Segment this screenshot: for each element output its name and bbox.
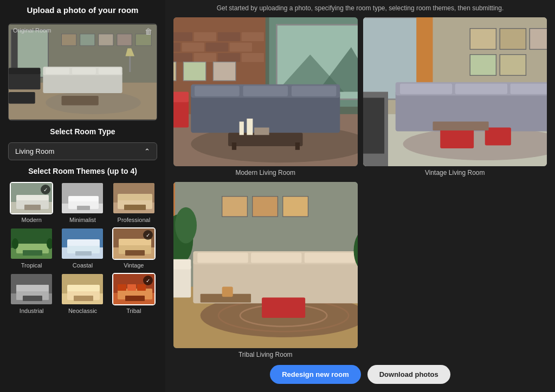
svg-rect-141 [222,197,248,217]
svg-rect-16 [46,68,69,74]
theme-coastal-label: Coastal [73,262,93,269]
svg-rect-126 [399,83,451,94]
svg-rect-128 [510,83,547,94]
svg-rect-86 [242,53,264,62]
svg-rect-26 [16,195,49,200]
result-vintage-label: Vintage Living Room [363,169,547,177]
svg-rect-31 [68,196,99,201]
theme-tribal-thumb[interactable]: ✓ [112,273,156,305]
svg-rect-48 [75,251,92,256]
svg-rect-9 [135,34,151,45]
svg-rect-8 [117,34,132,45]
theme-tribal[interactable]: ✓ Tribal [111,273,157,314]
svg-rect-18 [99,68,121,74]
svg-rect-121 [500,55,526,76]
svg-rect-68 [127,284,136,291]
svg-rect-151 [251,253,301,263]
theme-tropical-img [11,228,52,259]
right-header: Get started by uploading a photo, specif… [173,4,547,12]
theme-tribal-label: Tribal [126,308,141,314]
delete-icon[interactable]: 🗑 [145,27,152,36]
result-tribal-label: Tribal Living Room [173,351,358,358]
theme-minimalist-img [62,183,103,213]
svg-rect-157 [222,287,233,297]
svg-rect-129 [440,128,474,149]
svg-rect-132 [433,122,488,131]
svg-rect-37 [124,205,146,210]
theme-vintage-label: Vintage [124,262,144,269]
svg-rect-77 [242,32,264,42]
theme-neoclassic-img [62,274,103,304]
svg-rect-108 [240,122,244,135]
themes-grid: ✓ Modern Minimalist [8,182,157,314]
svg-rect-47 [67,239,100,246]
vintage-check-icon: ✓ [143,230,153,240]
theme-neoclassic-label: Neoclassic [68,308,97,314]
themes-title: Select Room Themes (up to 4) [8,167,157,175]
theme-neoclassic[interactable]: Neoclassic [59,273,106,314]
svg-rect-85 [218,53,240,62]
result-tribal: Tribal Living Room [173,182,358,358]
theme-modern[interactable]: ✓ Modern [8,182,55,223]
theme-industrial-label: Industrial [20,308,44,314]
svg-rect-32 [77,206,90,210]
svg-point-140 [175,207,197,244]
left-panel: Upload a photo of your room Original Roo… [0,0,165,392]
theme-minimalist[interactable]: Minimalist [59,182,106,223]
svg-rect-14 [43,72,122,93]
svg-rect-58 [23,296,42,301]
svg-rect-75 [194,32,216,42]
svg-rect-105 [173,62,176,81]
svg-rect-100 [232,142,236,150]
theme-neoclassic-thumb[interactable] [61,273,104,305]
theme-tropical[interactable]: Tropical [8,227,55,269]
theme-vintage-thumb[interactable]: ✓ [112,227,156,260]
theme-minimalist-thumb[interactable] [61,182,104,214]
download-button[interactable]: Download photos [367,365,450,384]
theme-modern-label: Modern [22,217,42,223]
svg-rect-94 [191,92,340,133]
theme-industrial[interactable]: Industrial [8,273,55,314]
redesign-button[interactable]: Redesign new room [270,365,361,384]
theme-tropical-label: Tropical [21,262,42,269]
svg-rect-63 [74,296,93,301]
svg-rect-134 [363,98,384,154]
theme-tropical-thumb[interactable] [10,227,53,260]
result-tribal-image [173,182,358,348]
svg-rect-120 [470,55,496,76]
theme-coastal-thumb[interactable] [61,227,104,260]
svg-point-42 [47,238,53,249]
svg-rect-57 [16,285,49,291]
bottom-actions: Redesign new room Download photos [173,365,547,384]
result-modern-label: Modern Living Room [173,169,358,177]
svg-rect-102 [173,98,189,128]
theme-modern-thumb[interactable]: ✓ [10,182,53,214]
chevron-up-icon: ⌃ [144,147,150,155]
svg-rect-84 [194,53,216,62]
svg-rect-106 [183,62,205,81]
theme-minimalist-label: Minimalist [69,217,96,223]
theme-coastal[interactable]: Coastal [59,227,106,269]
svg-rect-155 [173,259,191,270]
room-type-value: Living Room [15,147,54,155]
svg-rect-152 [305,253,355,263]
svg-rect-154 [173,265,191,298]
theme-professional-thumb[interactable] [112,182,156,214]
theme-industrial-thumb[interactable] [10,273,53,305]
theme-professional[interactable]: Professional [111,182,157,223]
svg-rect-36 [118,194,152,200]
theme-industrial-img [11,274,52,304]
room-type-dropdown[interactable]: Living Room ⌃ [8,142,157,160]
upload-area[interactable]: Original Room 🗑 [8,23,157,121]
svg-rect-118 [500,29,526,50]
theme-vintage[interactable]: ✓ Vintage [111,227,157,269]
svg-rect-70 [125,296,145,301]
svg-rect-81 [230,43,252,52]
svg-rect-127 [455,83,507,94]
svg-rect-107 [213,62,235,81]
svg-rect-67 [118,284,126,291]
svg-rect-78 [173,43,180,52]
svg-rect-143 [283,197,308,217]
svg-rect-83 [173,53,192,62]
upload-label: Original Room [13,27,51,34]
